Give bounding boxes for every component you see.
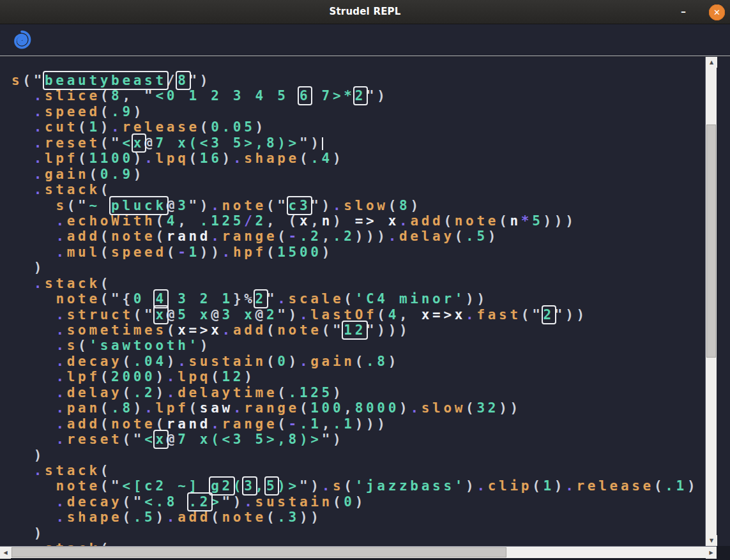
- strudel-logo-icon[interactable]: [12, 30, 31, 49]
- code-token: ))): [355, 229, 388, 244]
- code-editor[interactable]: s("beautybeast/8") .slice(8, "<0 1 2 3 4…: [0, 57, 730, 546]
- code-token: decay: [67, 494, 123, 510]
- code-token: 4: [167, 213, 178, 229]
- minimize-button[interactable]: –: [675, 0, 697, 24]
- code-token: (: [266, 510, 277, 525]
- code-token: <: [144, 432, 155, 447]
- code-token: note: [111, 229, 155, 244]
- vertical-scroll-thumb[interactable]: [706, 125, 716, 358]
- horizontal-scrollbar[interactable]: ◀ ▶: [0, 546, 717, 558]
- code-line: .shape(.5).add(note(.3)): [11, 510, 698, 525]
- code-token: .8: [111, 400, 133, 416]
- code-token: .: [56, 416, 66, 432]
- code-token: reset: [67, 432, 123, 447]
- code-token: stack: [45, 463, 100, 478]
- toolbar: [0, 24, 730, 56]
- code-token: (: [167, 245, 178, 260]
- code-token: @: [211, 307, 222, 322]
- code-token: (: [78, 119, 89, 135]
- code-token: (: [277, 416, 288, 432]
- code-token: .: [56, 338, 66, 353]
- code-token: note: [56, 478, 100, 494]
- code-token: lastOf: [310, 307, 377, 322]
- code-token: .: [34, 135, 45, 151]
- active-event-highlight: 2: [255, 291, 266, 306]
- code-token: n: [322, 213, 333, 229]
- code-token: (: [266, 322, 277, 338]
- code-token: .1: [333, 416, 355, 432]
- code-token: ): [167, 354, 178, 369]
- code-token: release: [577, 478, 654, 494]
- code-token: x=>x: [422, 307, 466, 322]
- code-token: *: [521, 213, 532, 229]
- code-token: @: [167, 432, 178, 447]
- code-token: (: [277, 229, 288, 244]
- code-token: add: [233, 322, 266, 338]
- code-token: .5: [466, 229, 488, 244]
- code-token: .: [34, 88, 45, 103]
- code-token: .4: [310, 151, 333, 166]
- code-token: [11, 135, 34, 151]
- code-line: .s('sawtooth'): [11, 338, 698, 353]
- scroll-right-icon: ▶: [709, 550, 713, 556]
- code-token: .9: [111, 104, 133, 119]
- code-token: reset: [45, 135, 100, 151]
- scroll-down-button[interactable]: ▼: [706, 535, 717, 546]
- code-token: [11, 478, 56, 494]
- code-token: .: [565, 478, 576, 494]
- code-token: .: [56, 400, 66, 416]
- code-token: 16: [200, 151, 222, 166]
- code-token: (: [100, 276, 111, 291]
- scroll-left-button[interactable]: ◀: [0, 547, 11, 559]
- code-token: add: [67, 416, 100, 432]
- close-button[interactable]: ✕: [709, 4, 725, 20]
- code-token: "): [310, 198, 333, 213]
- code-line: .pan(.8).lpf(saw.range(100,8000).slow(32…: [11, 400, 698, 416]
- code-token: speed: [45, 104, 100, 119]
- code-area[interactable]: s("beautybeast/8") .slice(8, "<0 1 2 3 4…: [11, 73, 698, 546]
- code-token: rand: [167, 229, 211, 244]
- code-token: .: [322, 478, 333, 494]
- code-token: {: [122, 291, 133, 306]
- code-token: (: [100, 229, 111, 244]
- code-token: ")): [554, 307, 588, 322]
- code-token: (": [67, 198, 89, 213]
- code-token: .2: [300, 229, 322, 244]
- code-line: .reset("<x@7 x(<3 5>,8)>"): [11, 432, 698, 447]
- code-token: 2: [255, 213, 266, 229]
- code-token: .: [34, 276, 45, 291]
- code-token: (: [189, 151, 200, 166]
- code-token: ): [333, 213, 355, 229]
- code-line: .lpf(2000).lpq(12): [11, 369, 698, 384]
- code-token: saw: [200, 400, 233, 416]
- code-token: .: [300, 307, 310, 322]
- active-event-highlight: 2: [355, 88, 366, 103]
- vertical-scrollbar[interactable]: ▲ ▼: [705, 57, 717, 546]
- code-token: 3: [178, 198, 188, 213]
- code-token: shape: [67, 510, 123, 525]
- code-token: add: [410, 213, 443, 229]
- window-titlebar[interactable]: Strudel REPL – ✕: [0, 0, 730, 24]
- code-token: [377, 213, 388, 229]
- code-token: ): [244, 369, 255, 384]
- horizontal-scroll-thumb[interactable]: [11, 547, 506, 557]
- code-token: =>: [355, 213, 377, 229]
- active-event-highlight: 2: [544, 307, 554, 322]
- code-token: 3 2 1: [167, 291, 233, 306]
- code-token: 0: [133, 291, 156, 306]
- code-token: sustain: [255, 494, 333, 510]
- code-line: .speed(.9): [11, 104, 698, 119]
- code-token: (": [22, 73, 45, 88]
- code-token: add: [178, 510, 211, 525]
- code-token: delaytime: [178, 385, 277, 400]
- code-token: "))): [366, 322, 410, 338]
- code-token: ): [466, 478, 476, 494]
- code-token: >: [211, 494, 222, 510]
- code-token: .: [233, 400, 244, 416]
- code-token: 0.9: [100, 167, 133, 182]
- scroll-right-button[interactable]: ▶: [706, 547, 717, 559]
- code-token: .1: [665, 478, 687, 494]
- scroll-up-button[interactable]: ▲: [706, 57, 717, 68]
- code-token: (: [155, 229, 166, 244]
- code-token: 5 x: [178, 307, 211, 322]
